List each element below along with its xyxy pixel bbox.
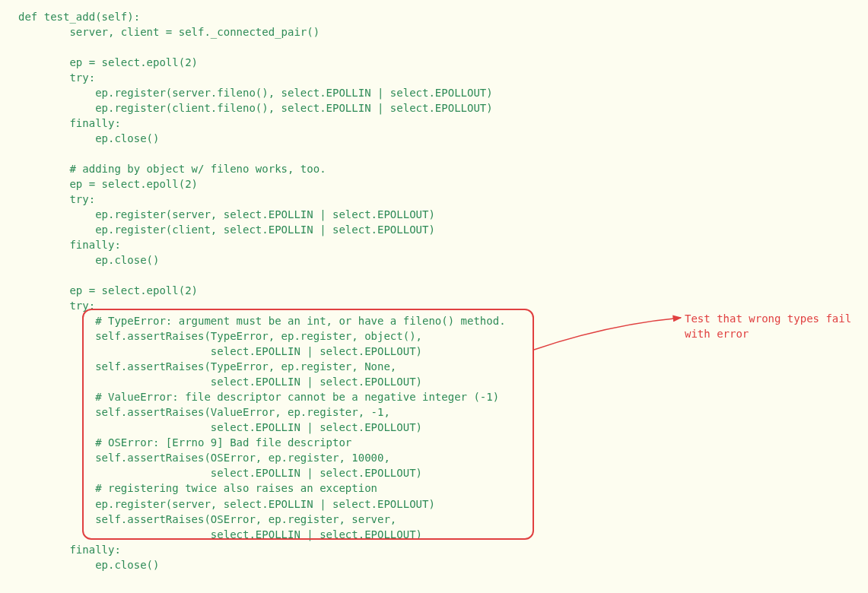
code-line: self.assertRaises(TypeError, ep.register…	[18, 359, 850, 374]
code-line	[18, 146, 850, 161]
code-line: try:	[18, 192, 850, 207]
code-line: self.assertRaises(ValueError, ep.registe…	[18, 404, 850, 420]
code-line: ep = select.epoll(2)	[18, 283, 850, 298]
code-line: select.EPOLLIN | select.EPOLLOUT)	[18, 344, 850, 359]
code-line: # OSError: [Errno 9] Bad file descriptor	[18, 435, 850, 450]
code-line: # adding by object w/ fileno works, too.	[18, 161, 850, 176]
code-line: ep.close()	[18, 252, 850, 268]
code-line: select.EPOLLIN | select.EPOLLOUT)	[18, 420, 850, 435]
code-line: ep.register(client.fileno(), select.EPOL…	[18, 100, 850, 116]
code-line: ep = select.epoll(2)	[18, 176, 850, 192]
code-line	[18, 268, 850, 283]
code-line	[18, 40, 850, 55]
code-line: ep.register(client, select.EPOLLIN | sel…	[18, 222, 850, 237]
code-line: select.EPOLLIN | select.EPOLLOUT)	[18, 527, 850, 542]
code-line: select.EPOLLIN | select.EPOLLOUT)	[18, 465, 850, 480]
code-line: # ValueError: file descriptor cannot be …	[18, 389, 850, 404]
code-block: def test_add(self): server, client = sel…	[18, 9, 850, 572]
code-line: finally:	[18, 542, 850, 557]
code-line: try:	[18, 70, 850, 85]
code-line: ep.close()	[18, 557, 850, 572]
code-line: ep.register(server, select.EPOLLIN | sel…	[18, 496, 850, 512]
code-line: ep.close()	[18, 131, 850, 146]
code-line: server, client = self._connected_pair()	[18, 24, 850, 40]
code-line: ep.register(server.fileno(), select.EPOL…	[18, 85, 850, 100]
annotation-label: Test that wrong types fail with error	[685, 312, 851, 341]
code-line: self.assertRaises(OSError, ep.register, …	[18, 512, 850, 527]
code-line: def test_add(self):	[18, 9, 850, 24]
code-line: finally:	[18, 116, 850, 131]
code-line: self.assertRaises(OSError, ep.register, …	[18, 450, 850, 465]
code-line: ep.register(server, select.EPOLLIN | sel…	[18, 207, 850, 222]
code-line: finally:	[18, 237, 850, 252]
code-line: # registering twice also raises an excep…	[18, 480, 850, 496]
code-line: select.EPOLLIN | select.EPOLLOUT)	[18, 374, 850, 389]
code-line: ep = select.epoll(2)	[18, 55, 850, 70]
